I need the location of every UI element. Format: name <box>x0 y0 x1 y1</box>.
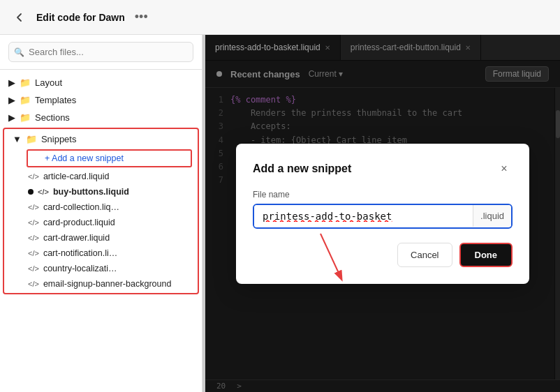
folder-icon-sections: 📁 <box>20 112 31 123</box>
sidebar: 🔍 ▶ 📁 Layout ▶ 📁 Templates ▶ 📁 Sections <box>0 35 202 392</box>
file-name: country-localizati… <box>43 264 117 273</box>
file-name: card-product.liquid <box>43 218 115 227</box>
sidebar-item-sections[interactable]: ▶ 📁 Sections <box>0 109 202 126</box>
sidebar-item-templates[interactable]: ▶ 📁 Templates <box>0 91 202 109</box>
file-icon: </> <box>28 264 39 273</box>
modal-overlay: Add a new snippet × File name .liquid Ca… <box>205 35 560 392</box>
snippets-section: ▼ 📁 Snippets + Add a new snippet </> art… <box>3 128 199 294</box>
search-area: 🔍 <box>0 35 202 70</box>
code-editor: printess-add-to-basket.liquid ✕ printess… <box>205 35 560 392</box>
file-icon: </> <box>28 234 39 242</box>
file-name: buy-buttons.liquid <box>53 187 129 197</box>
search-icon: 🔍 <box>14 47 24 57</box>
cancel-button[interactable]: Cancel <box>397 243 452 267</box>
modal-close-button[interactable]: × <box>496 160 513 177</box>
layout-label: Layout <box>35 77 62 88</box>
search-input[interactable] <box>8 42 193 62</box>
file-icon: </> <box>28 172 39 181</box>
main-layout: 🔍 ▶ 📁 Layout ▶ 📁 Templates ▶ 📁 Sections <box>0 35 560 392</box>
templates-label: Templates <box>35 95 76 105</box>
snippets-label: Snippets <box>41 134 77 144</box>
chevron-right-icon: ▶ <box>8 77 15 88</box>
file-icon: </> <box>28 280 39 288</box>
folder-icon-layout: 📁 <box>20 77 31 88</box>
file-name-input[interactable] <box>254 205 473 227</box>
file-tree: ▶ 📁 Layout ▶ 📁 Templates ▶ 📁 Sections ▼ <box>0 70 202 392</box>
folder-icon-templates: 📁 <box>20 95 31 105</box>
list-item[interactable]: </> card-product.liquid <box>21 215 198 230</box>
chevron-right-icon-sections: ▶ <box>8 112 15 123</box>
page-title: Edit code for Dawn <box>36 12 125 23</box>
modal-header: Add a new snippet × <box>253 160 513 177</box>
done-button[interactable]: Done <box>459 243 513 267</box>
folder-icon-snippets: 📁 <box>26 134 37 144</box>
list-item[interactable]: </> article-card.liquid <box>21 169 198 184</box>
file-icon: </> <box>28 203 39 211</box>
chevron-down-icon-snippets: ▼ <box>13 134 22 144</box>
file-icon: </> <box>28 218 39 227</box>
sections-label: Sections <box>35 112 70 123</box>
modal-title: Add a new snippet <box>253 163 351 175</box>
file-name: article-card.liquid <box>43 172 109 181</box>
sidebar-item-layout[interactable]: ▶ 📁 Layout <box>0 74 202 91</box>
list-item[interactable]: </> country-localizati… <box>21 261 198 276</box>
more-button[interactable]: ••• <box>135 10 148 24</box>
file-name: card-collection.liq… <box>43 202 119 212</box>
list-item[interactable]: </> card-collection.liq… <box>21 199 198 215</box>
snippets-children: + Add a new snippet </> article-card.liq… <box>4 149 198 292</box>
list-item[interactable]: </> cart-drawer.liquid <box>21 230 198 246</box>
list-item[interactable]: </> email-signup-banner-background <box>21 276 198 292</box>
active-dot <box>28 189 34 195</box>
file-name: cart-drawer.liquid <box>43 233 110 243</box>
file-extension-suffix: .liquid <box>473 205 511 227</box>
add-snippet-modal: Add a new snippet × File name .liquid Ca… <box>236 144 529 284</box>
list-item[interactable]: </> buy-buttons.liquid <box>21 184 198 199</box>
add-snippet-button[interactable]: + Add a new snippet <box>27 149 192 167</box>
back-button[interactable] <box>10 8 29 27</box>
list-item[interactable]: </> cart-notification.li… <box>21 246 198 261</box>
sidebar-item-snippets[interactable]: ▼ 📁 Snippets <box>4 130 198 148</box>
modal-actions: Cancel Done <box>253 243 513 267</box>
file-name: cart-notification.li… <box>43 248 117 258</box>
file-icon: </> <box>28 249 39 257</box>
chevron-right-icon-templates: ▶ <box>8 95 15 105</box>
file-icon: </> <box>38 188 49 196</box>
file-name: email-signup-banner-background <box>43 279 171 289</box>
topbar: Edit code for Dawn ••• <box>0 0 560 35</box>
file-name-input-row: .liquid <box>253 204 513 229</box>
file-name-label: File name <box>253 190 513 199</box>
